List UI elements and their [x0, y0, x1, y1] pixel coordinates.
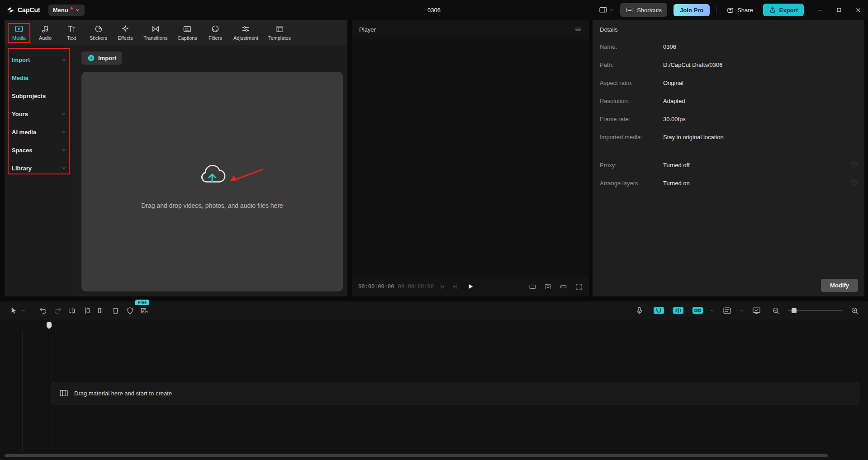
tab-audio[interactable]: Audio: [33, 22, 57, 43]
delete-left-icon: [82, 306, 91, 315]
timeline-zoom-slider[interactable]: [788, 307, 842, 314]
zoom-in-icon: [850, 306, 859, 315]
undo-button[interactable]: [36, 304, 50, 317]
detail-row-name: Name: 0306: [600, 42, 857, 61]
sidebar-item-subprojects[interactable]: Subprojects: [5, 87, 72, 105]
track-layout-button[interactable]: [720, 304, 734, 317]
zoom-in-button[interactable]: [847, 304, 862, 317]
zoom-out-button[interactable]: [768, 304, 783, 317]
canvas-color-button[interactable]: [560, 283, 567, 291]
filters-icon: [211, 24, 220, 33]
titlebar: CapCut Menu 0306 Shortcuts Join Pro: [0, 0, 868, 20]
mask-button[interactable]: [123, 304, 137, 317]
sidebar-item-ai-media[interactable]: AI media: [5, 123, 72, 141]
record-voiceover-button[interactable]: [632, 304, 646, 317]
track-layout-icon: [723, 306, 731, 315]
layout-icon: [599, 6, 607, 14]
sidebar-item-yours[interactable]: Yours: [5, 105, 72, 123]
media-dropzone[interactable]: Drag and drop videos, photos, and audio …: [81, 72, 343, 291]
auto-snap-toggle[interactable]: [671, 304, 685, 317]
sidebar-item-library[interactable]: Library: [5, 159, 72, 177]
capcut-logo: CapCut: [6, 6, 40, 14]
player-menu-button[interactable]: [574, 26, 582, 33]
tab-text[interactable]: Text: [60, 22, 83, 43]
effects-icon: [121, 24, 130, 33]
zoom-out-icon: [772, 306, 780, 315]
preview-axis-icon: [752, 306, 761, 315]
modify-button[interactable]: Modify: [821, 279, 858, 292]
window-controls: [816, 6, 862, 14]
zoom-slider-knob[interactable]: [792, 308, 797, 313]
select-tool-button[interactable]: [6, 304, 21, 317]
linkage-chevron[interactable]: [710, 308, 715, 313]
minimize-button[interactable]: [816, 6, 824, 14]
sidebar-item-spaces[interactable]: Spaces: [5, 141, 72, 159]
horizontal-scrollbar[interactable]: [5, 454, 828, 457]
timeline-gridline: [22, 330, 23, 451]
main-track-magnet-toggle[interactable]: [651, 304, 666, 317]
delete-button[interactable]: [108, 304, 123, 317]
tab-adjustment[interactable]: Adjustment: [230, 22, 262, 43]
stickers-icon: [94, 24, 103, 33]
detail-row-frame-rate: Frame rate: 30.00fps: [600, 115, 857, 133]
tab-transitions[interactable]: Transitions: [140, 22, 171, 43]
menu-button[interactable]: Menu: [48, 5, 85, 16]
zoom-area-button[interactable]: [544, 283, 552, 291]
help-icon[interactable]: [850, 161, 857, 168]
import-button[interactable]: Import: [81, 52, 122, 65]
layout-switcher-button[interactable]: [599, 6, 614, 14]
linkage-toggle[interactable]: [690, 304, 705, 317]
tab-stickers[interactable]: Stickers: [86, 22, 111, 43]
captions-icon: [183, 24, 192, 33]
close-button[interactable]: [854, 6, 862, 14]
split-button[interactable]: [65, 304, 79, 317]
chevron-down-icon: [75, 8, 80, 13]
tab-filters[interactable]: Filters: [204, 22, 227, 43]
preview-axis-button[interactable]: [749, 304, 764, 317]
extract-audio-button[interactable]: Free: [137, 304, 152, 317]
delete-right-button[interactable]: [94, 304, 108, 317]
timeline-drop-target[interactable]: Drag material here and start to create: [52, 382, 859, 404]
play-icon: [467, 283, 474, 290]
split-icon: [68, 306, 76, 315]
select-tool-chevron[interactable]: [21, 308, 26, 313]
media-board-icon: [59, 389, 68, 398]
detail-row-arrange-layers: Arrange layers Turned on: [600, 179, 857, 197]
player-viewport[interactable]: [352, 39, 589, 277]
sidebar-item-media[interactable]: Media: [5, 69, 72, 87]
track-layout-chevron[interactable]: [739, 308, 744, 313]
export-button[interactable]: Export: [763, 4, 804, 16]
play-button[interactable]: [467, 283, 474, 290]
playhead-handle[interactable]: [47, 322, 52, 329]
media-panel: Media Audio Text Stickers Effects: [5, 20, 347, 296]
mask-icon: [126, 306, 134, 315]
delete-left-button[interactable]: [79, 304, 94, 317]
timeline-toolbar-right: [632, 304, 862, 317]
current-time: 00:00:00:00: [358, 283, 394, 290]
tab-captions[interactable]: Captions: [174, 22, 201, 43]
fullscreen-button[interactable]: [575, 283, 583, 291]
modify-label: Modify: [830, 282, 849, 289]
share-button[interactable]: Share: [723, 4, 757, 17]
timeline-tracks[interactable]: Drag material here and start to create: [0, 319, 868, 460]
shortcuts-button[interactable]: Shortcuts: [620, 3, 667, 17]
sidebar-item-import[interactable]: Import: [5, 51, 72, 69]
tab-effects[interactable]: Effects: [114, 22, 137, 43]
redo-button[interactable]: [50, 304, 65, 317]
mark-out-icon[interactable]: [451, 283, 458, 291]
mark-in-icon[interactable]: [439, 283, 447, 291]
capcut-window: CapCut Menu 0306 Shortcuts Join Pro: [0, 0, 868, 460]
details-toggles: Proxy: Turned off Arrange layers Turned …: [600, 161, 857, 197]
chevron-up-icon: [61, 57, 66, 62]
menu-label: Menu: [53, 7, 68, 14]
chevron-down-icon: [61, 147, 66, 153]
timeline: Free: [0, 301, 868, 460]
maximize-button[interactable]: [835, 6, 843, 14]
join-pro-button[interactable]: Join Pro: [674, 4, 710, 16]
timeline-toolbar: Free: [0, 301, 868, 319]
tab-templates[interactable]: Templates: [265, 22, 294, 43]
aspect-ratio-button[interactable]: [529, 283, 536, 291]
tab-media[interactable]: Media: [7, 22, 31, 43]
chevron-down-icon: [61, 129, 66, 135]
help-icon[interactable]: [850, 179, 857, 186]
